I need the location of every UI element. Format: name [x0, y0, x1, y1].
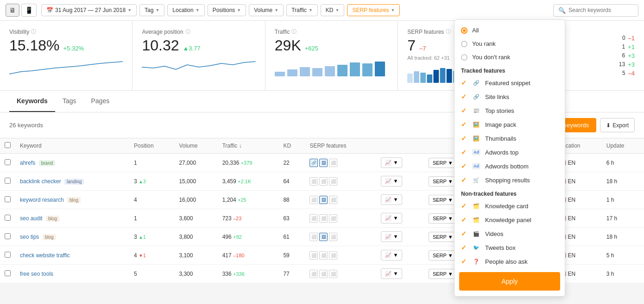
location-label: Location	[172, 7, 193, 13]
serp-icon-3[interactable]: ⬜	[329, 233, 337, 241]
search-input[interactable]	[568, 7, 633, 13]
serp-icon-3[interactable]: ⬜	[329, 251, 337, 260]
chg-11-50: +3	[628, 52, 635, 59]
keyword-link-6[interactable]: free seo tools	[20, 271, 53, 277]
serp-icon-2[interactable]: 🖼	[319, 159, 328, 167]
keyword-link-3[interactable]: seo audit	[20, 215, 43, 222]
positions-label: Positions	[213, 7, 235, 13]
row-checkbox-0[interactable]	[5, 159, 11, 165]
serp-icon-3[interactable]: ⬜	[329, 196, 337, 204]
keyword-link-2[interactable]: keyword research	[20, 197, 64, 203]
serp-icon-1[interactable]: ⬜	[309, 177, 318, 186]
serp-icon-2[interactable]: ⬜	[319, 251, 328, 260]
item-shopping[interactable]: ✓ 🛒 Shopping results	[455, 173, 565, 187]
tab-tags[interactable]: Tags	[55, 91, 84, 112]
item-adwords-top[interactable]: ✓ Ad Adwords top	[455, 145, 565, 159]
serp-info-icon[interactable]: ⓘ	[446, 28, 451, 35]
serp-icon-2[interactable]: ⬜	[319, 177, 328, 186]
keyword-link-1[interactable]: backlink checker	[20, 178, 61, 185]
serp-icon-1[interactable]: ⬜	[309, 196, 318, 204]
item-videos[interactable]: ✓ 🎬 Videos	[455, 227, 565, 241]
chart-button-3[interactable]: 📈 ▼	[381, 213, 402, 223]
item-knowledge-panel[interactable]: ✓ 🗂️ Knowledge panel	[455, 213, 565, 227]
serp-icon-3[interactable]: ⬜	[329, 177, 337, 186]
chart-button-1[interactable]: 📈 ▼	[381, 176, 402, 186]
date-range-button[interactable]: 📅 31 Aug 2017 — 27 Jun 2018 ▼	[41, 4, 137, 16]
tab-keywords[interactable]: Keywords	[9, 91, 55, 112]
keyword-link-0[interactable]: ahrefs	[20, 160, 35, 166]
keyword-link-4[interactable]: seo tips	[20, 234, 39, 240]
serp-icon-1[interactable]: ⬜	[309, 251, 318, 260]
item-knowledge-card[interactable]: ✓ 🗂️ Knowledge card	[455, 199, 565, 213]
serp-icon-2[interactable]: 🖼	[319, 233, 328, 241]
serp-icon-1[interactable]: ⬜	[309, 214, 318, 223]
mobile-icon[interactable]: 📱	[21, 4, 37, 17]
item-thumbnails[interactable]: ✓ 🖼️ Thumbnails	[455, 131, 565, 145]
item-tweets-box[interactable]: ✓ 🐦 Tweets box	[455, 241, 565, 254]
rank-you-rank-option[interactable]: You rank	[455, 37, 565, 50]
item-featured-snippet[interactable]: ✓ 🔗 Featured snippet	[455, 76, 565, 90]
serp-icon-1[interactable]: ⬜	[309, 233, 318, 241]
col-traffic[interactable]: Traffic ↓	[218, 138, 279, 154]
tag-button[interactable]: Tag ▼	[139, 4, 164, 16]
location-button[interactable]: Location ▼	[167, 4, 204, 16]
traffic-button[interactable]: Traffic ▼	[286, 4, 318, 16]
item-site-links[interactable]: ✓ 🔗 Site links	[455, 90, 565, 104]
row-checkbox-4[interactable]	[5, 233, 11, 239]
visibility-info-icon[interactable]: ⓘ	[31, 28, 36, 35]
keyword-link-5[interactable]: check website traffic	[20, 252, 70, 259]
serp-button-2[interactable]: SERP ▼	[429, 195, 457, 205]
select-all-checkbox[interactable]	[5, 142, 11, 148]
serp-features-button[interactable]: SERP features ▼	[347, 4, 400, 16]
serp-button-3[interactable]: SERP ▼	[429, 213, 457, 223]
row-checkbox-5[interactable]	[5, 252, 11, 258]
col-kd[interactable]: KD	[278, 138, 305, 154]
check-people-also-ask: ✓	[461, 258, 467, 265]
row-checkbox-1[interactable]	[5, 178, 11, 184]
col-volume[interactable]: Volume	[174, 138, 217, 154]
item-people-also-ask[interactable]: ✓ ❓ People also ask	[455, 254, 565, 268]
serp-icon-1[interactable]: ⬜	[309, 270, 318, 278]
volume-button[interactable]: Volume ▼	[249, 4, 284, 16]
serp-button-4[interactable]: SERP ▼	[429, 232, 457, 242]
serp-icon-3[interactable]: ⬜	[329, 214, 337, 223]
item-top-stories[interactable]: ✓ 📰 Top stories	[455, 104, 565, 118]
chart-button-6[interactable]: 📈 ▼	[381, 268, 402, 279]
avg-position-info-icon[interactable]: ⓘ	[185, 28, 190, 35]
rank-you-dont-rank-option[interactable]: You don't rank	[455, 50, 565, 64]
image-pack-label: Image pack	[485, 121, 516, 128]
positions-button[interactable]: Positions ▼	[208, 4, 246, 16]
chart-button-2[interactable]: 📈 ▼	[381, 194, 402, 205]
kd-button[interactable]: KD ▼	[321, 4, 345, 16]
serp-icon-1[interactable]: 🔗	[309, 159, 318, 167]
serp-icon-3[interactable]: ⬜	[329, 270, 337, 278]
serp-icon-2[interactable]: ⬜	[319, 270, 328, 278]
serp-button-6[interactable]: SERP ▼	[429, 269, 457, 279]
check-site-links: ✓	[461, 93, 467, 100]
device-icons: 🖥 📱	[6, 4, 37, 17]
serp-button-1[interactable]: SERP ▼	[429, 176, 457, 186]
serp-button-5[interactable]: SERP ▼	[429, 250, 457, 261]
item-adwords-bottom[interactable]: ✓ Ad Adwords bottom	[455, 159, 565, 173]
chevron-down-icon: ▼	[335, 8, 339, 12]
top-stories-icon: 📰	[472, 107, 480, 114]
row-checkbox-3[interactable]	[5, 215, 11, 221]
chart-button-4[interactable]: 📈 ▼	[381, 231, 402, 242]
export-button[interactable]: ⬇ Export	[600, 118, 635, 132]
chart-button-0[interactable]: 📈 ▼	[381, 157, 402, 168]
tab-pages[interactable]: Pages	[84, 91, 117, 112]
rank-all-option[interactable]: All	[455, 24, 565, 37]
col-position[interactable]: Position	[129, 138, 174, 154]
traffic-info-icon[interactable]: ⓘ	[291, 28, 297, 35]
search-box[interactable]: 🔍	[553, 4, 638, 17]
serp-button-0[interactable]: SERP ▼	[429, 158, 457, 168]
serp-icon-3[interactable]: ⬜	[329, 159, 337, 167]
desktop-icon[interactable]: 🖥	[6, 4, 19, 17]
serp-icon-2[interactable]: ⬜	[319, 214, 328, 223]
chart-button-5[interactable]: 📈 ▼	[381, 250, 402, 261]
row-checkbox-6[interactable]	[5, 270, 11, 276]
item-image-pack[interactable]: ✓ 🖼️ Image pack	[455, 118, 565, 131]
row-checkbox-2[interactable]	[5, 196, 11, 202]
serp-icon-2[interactable]: 🖼	[319, 196, 328, 204]
apply-button[interactable]: Apply	[459, 272, 560, 283]
